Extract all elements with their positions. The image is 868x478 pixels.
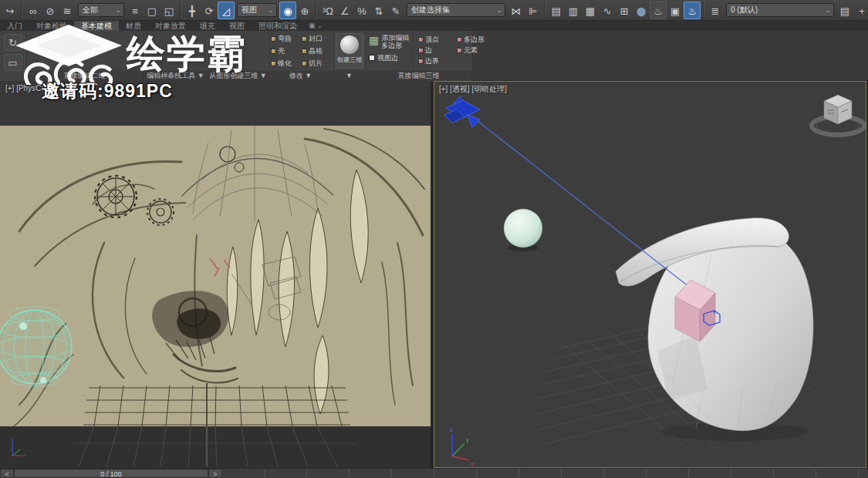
toggle-scene-explorer[interactable]: ▤ (548, 2, 565, 19)
create-3d-button[interactable]: 创建三维 (336, 33, 363, 69)
render-production[interactable]: ♨ (684, 2, 701, 19)
subobject-button[interactable]: 边 (417, 45, 451, 56)
rendered-frame-window[interactable]: ▣ (667, 2, 684, 19)
next-frame-button[interactable]: > (208, 469, 222, 478)
panel-flyout-create-3d[interactable]: ▼ (333, 71, 365, 81)
redo-arrow[interactable]: ↪ (2, 2, 19, 19)
left-viewport-canvas (0, 81, 431, 468)
align-tool[interactable]: ⊫ (525, 2, 542, 19)
subobject-button[interactable]: 元素 (456, 45, 490, 56)
angle-snap-toggle[interactable]: ∠ (336, 2, 353, 19)
unlink-selection[interactable]: ⊘ (42, 2, 59, 19)
ribbon-tab-basic-modeling[interactable]: 基本建模 (74, 21, 119, 31)
curve-editor[interactable]: ∿ (599, 2, 616, 19)
button-icon (271, 36, 276, 42)
layer-list-button[interactable]: ▤ (836, 2, 853, 19)
viewport-perspective[interactable]: z y x [+] [透视] [明暗处理] (434, 81, 866, 468)
modify-button[interactable]: 封口 (301, 33, 331, 44)
right-viewport-label[interactable]: [+] [透视] [明暗处理] (439, 84, 507, 95)
modify-button[interactable]: 弯曲 (270, 33, 300, 44)
window-crossing-toggle[interactable]: ◱ (160, 2, 177, 19)
panel-label-create-from-shape[interactable]: 从图形创建三维 ▼ (208, 71, 268, 81)
button-label: 元素 (464, 45, 478, 56)
modify-button[interactable]: 晶格 (301, 45, 331, 56)
add-layer-button[interactable]: + (853, 2, 868, 19)
named-selection-sets-dropdown[interactable]: 创建选择集⌄ (407, 3, 505, 17)
keyboard-shortcut-override-toggle[interactable]: ✎ (387, 2, 404, 19)
toggle-ribbon[interactable]: ▦ (582, 2, 599, 19)
view-edge-checkbox-row[interactable]: 视图边 (369, 54, 411, 62)
subobject-button[interactable]: 多边形 (456, 34, 490, 45)
viewport-physcamera[interactable]: [+] [PhysCamer (0, 81, 431, 468)
select-by-name[interactable]: ≡ (127, 2, 144, 19)
left-viewport-label[interactable]: [+] [PhysCamer (5, 84, 59, 93)
ribbon-tab-object-placement[interactable]: 对象放置 (148, 21, 193, 31)
percent-snap-toggle[interactable]: % (353, 2, 370, 19)
material-editor[interactable]: ◍ (633, 2, 650, 19)
right-viewport-canvas: z y x (434, 81, 866, 468)
modify-button[interactable]: 锥化 (270, 58, 300, 69)
ribbon-tab-view[interactable]: 视图 (222, 21, 252, 31)
panel-modify: 弯曲封口壳晶格锥化切片 修改 ▼ (269, 31, 333, 81)
select-and-manipulate[interactable]: ⊕ (296, 2, 313, 19)
spline-icon: ✎ (29, 36, 39, 50)
add-edit-spline-button[interactable]: ✎ 添加编辑样条线 (29, 35, 73, 51)
ribbon-quick-column: ↻▭ (0, 31, 26, 81)
view-edge-checkbox[interactable] (369, 55, 375, 61)
main-toolbar: ↪∞⊘≋全部⌄≡▢◱╋⟳◿视图⌄◉⊕³Ω∠%⇅✎创建选择集⌄⋈⊫▤▥▦∿⊞◍♨▣… (0, 0, 868, 21)
active-layer-dropdown-value: 0 (默认) (731, 5, 758, 15)
ribbon-tab-getting-started[interactable]: 入门 (0, 21, 29, 31)
render-setup[interactable]: ♨ (650, 2, 667, 19)
time-slider-track[interactable] (222, 469, 868, 478)
spinner-snap-toggle[interactable]: ⇅ (370, 2, 387, 19)
ribbon-tab-material[interactable]: 材质 (119, 21, 148, 31)
create-3d-label: 创建三维 (337, 56, 362, 64)
select-and-move[interactable]: ╋ (184, 2, 201, 19)
manage-layers[interactable]: ≣ (707, 2, 724, 19)
ribbon-overflow-button[interactable]: ▣⌄ (309, 21, 323, 31)
select-and-rotate[interactable]: ⟳ (201, 2, 218, 19)
modify-buttons: 弯曲封口壳晶格锥化切片 (269, 31, 333, 69)
button-icon (271, 49, 276, 54)
panel-label-spline-tools[interactable]: 编辑样条线工具 ▼ (144, 71, 208, 81)
modify-button[interactable]: 切片 (301, 58, 331, 69)
panel-label-modify[interactable]: 修改 ▼ (269, 71, 333, 81)
select-and-link[interactable]: ∞ (25, 2, 42, 19)
modify-button[interactable]: 壳 (270, 45, 300, 56)
button-label: 边界 (425, 56, 439, 66)
toggle-layer-explorer[interactable]: ▥ (565, 2, 582, 19)
3dsmax-window: ↪∞⊘≋全部⌄≡▢◱╋⟳◿视图⌄◉⊕³Ω∠%⇅✎创建选择集⌄⋈⊫▤▥▦∿⊞◍♨▣… (0, 0, 868, 478)
select-and-scale[interactable]: ◿ (218, 2, 235, 19)
ribbon-quick-button-2[interactable]: ▭ (4, 54, 22, 71)
svg-text:z: z (450, 427, 453, 433)
ribbon-tab-object-check[interactable]: 对象检验 (29, 21, 74, 31)
active-layer-dropdown[interactable]: 0 (默认)⌄ (726, 3, 834, 17)
button-label: 多边形 (464, 35, 485, 45)
subobject-button[interactable]: 顶点 (417, 34, 451, 45)
chevron-down-icon: ⌄ (115, 6, 121, 14)
toolbar-separator (316, 2, 317, 18)
time-slider-handle[interactable]: 0 / 100 (14, 469, 208, 478)
mirror-tool[interactable]: ⋈ (508, 2, 525, 19)
ribbon-overflow-icon: ▣ (309, 22, 316, 29)
selection-filter-dropdown[interactable]: 全部⌄ (78, 3, 124, 17)
ribbon-quick-button-1[interactable]: ↻ (4, 34, 22, 51)
add-edit-poly-button[interactable]: ▦ 添加编辑多边形 (369, 34, 411, 49)
panel-create-3d: 创建三维 ▼ (333, 31, 366, 81)
bind-to-space-warp[interactable]: ≋ (59, 2, 76, 19)
ribbon-tab-populate[interactable]: 填充 (193, 21, 222, 31)
button-label: 顶点 (425, 35, 439, 45)
reference-coordinate-system-dropdown[interactable]: 视图⌄ (237, 3, 277, 17)
toolbar-separator (180, 2, 181, 18)
use-pivot-point-center[interactable]: ◉ (279, 2, 296, 19)
schematic-view[interactable]: ⊞ (616, 2, 633, 19)
previous-frame-button[interactable]: < (0, 469, 14, 478)
rectangular-selection-region[interactable]: ▢ (144, 2, 160, 19)
panel-label-edit-3d[interactable]: 直接编辑三维 (366, 71, 471, 81)
subobject-button[interactable]: 边界 (417, 56, 451, 66)
add-edit-poly-label: 添加编辑多边形 (381, 34, 411, 49)
edit-3d-inner: ▦ 添加编辑多边形 视图边 顶点边边界多边形元素 (366, 31, 471, 71)
snap-toggle-3d[interactable]: ³Ω (319, 2, 336, 19)
ribbon-tab-lighting-rendering[interactable]: 照明和渲染 (252, 21, 304, 31)
panel-label-edit-2d[interactable]: 直接编辑二维 (26, 71, 143, 81)
